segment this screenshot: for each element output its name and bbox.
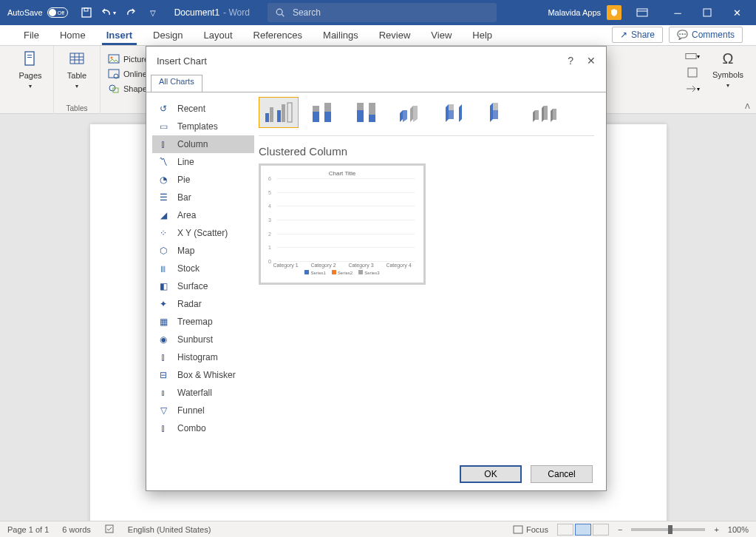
category-icon: ⫿ [157, 138, 170, 151]
table-button[interactable]: Table▾ [61, 50, 92, 90]
title-bar: AutoSave Off ▾ ▽ Document1- Word Search … [0, 0, 756, 25]
status-language[interactable]: English (United States) [128, 525, 211, 534]
comments-button[interactable]: 💬Comments [669, 27, 743, 43]
tab-view[interactable]: View [420, 24, 462, 45]
maximize-button[interactable] [692, 0, 722, 25]
tab-design[interactable]: Design [143, 24, 193, 45]
svg-rect-8 [27, 55, 32, 55]
category-combo[interactable]: ⫿Combo [152, 419, 254, 437]
dialog-close-icon[interactable]: ✕ [587, 55, 596, 67]
category-sunburst[interactable]: ◉Sunburst [152, 331, 254, 348]
subtype-3d-100-stacked[interactable] [480, 97, 520, 128]
svg-rect-24 [270, 107, 273, 122]
cross-ref-icon[interactable]: ▾ [685, 83, 700, 95]
category-histogram[interactable]: ⫿Histogram [152, 348, 254, 366]
category-radar[interactable]: ✦Radar [152, 295, 254, 313]
tab-references[interactable]: References [243, 24, 313, 45]
category-waterfall[interactable]: ⫾Waterfall [152, 384, 254, 402]
category-icon: ⫿ [157, 422, 170, 435]
dialog-help-icon[interactable]: ? [568, 55, 573, 67]
chart-preview[interactable]: Chart Title 0123456 Category 1Category 2… [259, 163, 426, 285]
focus-mode[interactable]: Focus [513, 525, 548, 534]
pages-button[interactable]: Pages▾ [15, 50, 46, 90]
dialog-title: Insert Chart [157, 55, 207, 67]
zoom-level[interactable]: 100% [728, 525, 749, 534]
tab-all-charts[interactable]: All Charts [151, 75, 202, 92]
svg-rect-40 [535, 110, 539, 120]
tab-insert[interactable]: Insert [96, 24, 143, 45]
tab-file[interactable]: File [13, 24, 50, 45]
status-words[interactable]: 6 words [62, 525, 91, 534]
category-map[interactable]: ⬡Map [152, 242, 254, 260]
category-stock[interactable]: ⫼Stock [152, 260, 254, 277]
category-area[interactable]: ◢Area [152, 206, 254, 224]
category-icon: ◢ [157, 209, 170, 222]
category-icon: ◔ [157, 173, 170, 186]
category-label: Recent [177, 104, 205, 114]
user-avatar-icon[interactable] [607, 5, 622, 20]
svg-rect-43 [106, 525, 113, 533]
category-icon: ↺ [157, 102, 170, 115]
category-column[interactable]: ⫿Column [152, 135, 254, 153]
zoom-in-icon[interactable]: + [714, 525, 718, 534]
symbols-button[interactable]: Ω Symbols▾ [709, 50, 747, 89]
subtype-stacked-column[interactable] [303, 97, 343, 128]
ok-button[interactable]: OK [460, 465, 522, 483]
collapse-ribbon-icon[interactable]: ᐱ [745, 102, 750, 110]
category-label: Surface [177, 281, 208, 291]
zoom-slider[interactable] [631, 528, 705, 531]
svg-rect-35 [369, 103, 375, 115]
category-icon: ◧ [157, 280, 170, 293]
redo-icon[interactable] [123, 4, 139, 21]
user-name[interactable]: Malavida Apps [548, 8, 601, 17]
category-line[interactable]: 〽Line [152, 153, 254, 171]
zoom-out-icon[interactable]: − [618, 525, 622, 534]
cancel-button[interactable]: Cancel [531, 465, 593, 483]
close-button[interactable]: ✕ [722, 0, 752, 25]
category-x-y-scatter-[interactable]: ⁘X Y (Scatter) [152, 224, 254, 242]
shapes-icon [108, 83, 120, 95]
category-recent[interactable]: ↺Recent [152, 100, 254, 118]
search-input[interactable]: Search [268, 3, 497, 22]
category-box-whisker[interactable]: ⊟Box & Whisker [152, 366, 254, 384]
bookmark-icon[interactable] [685, 67, 700, 78]
svg-rect-39 [493, 103, 498, 110]
status-proofing-icon[interactable] [104, 524, 115, 536]
category-bar[interactable]: ☰Bar [152, 189, 254, 206]
subtype-3d-clustered[interactable] [392, 97, 432, 128]
pictures-icon [108, 53, 120, 65]
share-button[interactable]: ↗Share [612, 27, 663, 43]
ribbon-display-icon[interactable] [627, 0, 657, 25]
autosave-toggle[interactable]: AutoSave Off [7, 7, 68, 18]
view-web-layout[interactable] [593, 524, 609, 536]
svg-line-3 [282, 14, 284, 16]
category-label: Histogram [177, 352, 218, 362]
tab-home[interactable]: Home [50, 24, 96, 45]
view-print-layout[interactable] [575, 524, 591, 536]
category-funnel[interactable]: ▽Funnel [152, 402, 254, 419]
category-treemap[interactable]: ▦Treemap [152, 313, 254, 331]
view-read-mode[interactable] [557, 524, 573, 536]
subtype-3d-stacked[interactable] [436, 97, 476, 128]
link-split-icon[interactable]: ▾ [685, 50, 700, 62]
category-templates[interactable]: ▭Templates [152, 118, 254, 135]
category-surface[interactable]: ◧Surface [152, 277, 254, 295]
customize-qat-icon[interactable]: ▽ [145, 4, 161, 21]
status-page[interactable]: Page 1 of 1 [7, 525, 49, 534]
tab-review[interactable]: Review [369, 24, 421, 45]
tab-mailings[interactable]: Mailings [313, 24, 369, 45]
minimize-button[interactable]: ─ [663, 0, 692, 25]
category-pie[interactable]: ◔Pie [152, 171, 254, 189]
document-title: Document1- Word [174, 7, 250, 18]
tab-layout[interactable]: Layout [194, 24, 243, 45]
svg-rect-9 [27, 57, 32, 58]
svg-rect-22 [688, 68, 697, 77]
undo-icon[interactable]: ▾ [101, 4, 117, 21]
subtype-3d-column[interactable] [525, 97, 565, 128]
save-icon[interactable] [78, 4, 95, 21]
category-label: Stock [177, 263, 200, 274]
subtype-clustered-column[interactable] [259, 97, 299, 128]
tab-help[interactable]: Help [462, 24, 503, 45]
svg-rect-7 [25, 52, 34, 65]
subtype-100-stacked-column[interactable] [347, 97, 387, 128]
